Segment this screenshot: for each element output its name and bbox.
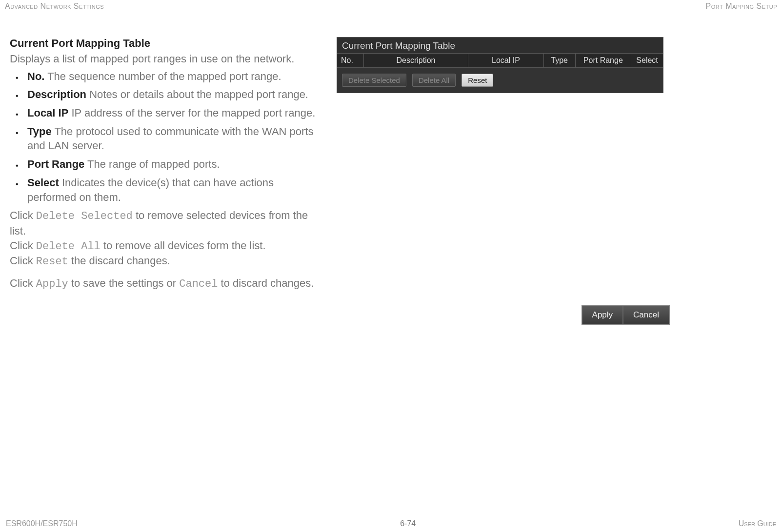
para-delete-selected: Click Delete Selected to remove selected…: [10, 208, 322, 238]
col-header-no: No.: [337, 54, 364, 67]
col-header-select: Select: [631, 54, 663, 67]
col-header-description: Description: [364, 54, 468, 67]
footer-left: ESR600H/ESR750H: [6, 519, 78, 528]
desc-description: Notes or details about the mapped port r…: [86, 88, 308, 100]
desc-portrange: The range of mapped ports.: [84, 158, 220, 170]
mapping-panel: Current Port Mapping Table No. Descripti…: [337, 37, 663, 93]
list-item: Local IP IP address of the server for th…: [16, 106, 322, 120]
desc-localip: IP address of the server for the mapped …: [68, 107, 315, 119]
header-right: Port Mapping Setup: [706, 2, 778, 11]
list-item: Select Indicates the device(s) that can …: [16, 176, 322, 204]
bullet-list: No. The sequence number of the mapped po…: [16, 69, 322, 205]
page-header: Advanced Network Settings Port Mapping S…: [0, 0, 782, 13]
list-item: No. The sequence number of the mapped po…: [16, 69, 322, 84]
mapping-panel-buttons: Delete Selected Delete All Reset: [337, 68, 663, 93]
term-type: Type: [27, 125, 52, 138]
right-column: Current Port Mapping Table No. Descripti…: [337, 37, 777, 292]
reset-button[interactable]: Reset: [461, 74, 493, 87]
term-portrange: Port Range: [27, 158, 84, 170]
desc-no: The sequence number of the mapped port r…: [44, 70, 281, 82]
action-paragraphs: Click Delete Selected to remove selected…: [10, 208, 322, 291]
term-localip: Local IP: [27, 107, 68, 119]
footer-center: 6-74: [400, 519, 416, 528]
para-delete-all: Click Delete All to remove all devices f…: [10, 238, 322, 254]
list-item: Port Range The range of mapped ports.: [16, 157, 322, 172]
delete-all-button[interactable]: Delete All: [412, 74, 456, 87]
term-select: Select: [27, 177, 59, 189]
col-header-localip: Local IP: [468, 54, 544, 67]
term-no: No.: [27, 70, 44, 82]
desc-select: Indicates the device(s) that can have ac…: [27, 177, 274, 203]
left-column: Current Port Mapping Table Displays a li…: [10, 37, 322, 292]
list-item: Type The protocol used to communicate wi…: [16, 124, 322, 153]
col-header-portrange: Port Range: [576, 54, 632, 67]
section-title: Current Port Mapping Table: [10, 37, 322, 50]
mapping-panel-title: Current Port Mapping Table: [337, 38, 663, 53]
content-area: Current Port Mapping Table Displays a li…: [0, 13, 782, 292]
page-footer: ESR600H/ESR750H 6-74 User Guide: [0, 519, 782, 528]
header-left: Advanced Network Settings: [5, 2, 104, 11]
delete-selected-button[interactable]: Delete Selected: [342, 74, 406, 87]
section-subtitle: Displays a list of mapped port ranges in…: [10, 52, 322, 66]
mapping-header-row: No. Description Local IP Type Port Range…: [337, 53, 663, 68]
col-header-type: Type: [544, 54, 576, 67]
para-apply-cancel: Click Apply to save the settings or Canc…: [10, 276, 322, 292]
apply-cancel-group: Apply Cancel: [581, 305, 670, 325]
footer-right: User Guide: [739, 519, 776, 528]
term-description: Description: [27, 88, 86, 100]
cancel-button[interactable]: Cancel: [623, 306, 669, 324]
para-reset: Click Reset the discard changes.: [10, 254, 322, 269]
apply-button[interactable]: Apply: [582, 306, 623, 324]
list-item: Description Notes or details about the m…: [16, 87, 322, 102]
desc-type: The protocol used to communicate with th…: [27, 125, 314, 152]
